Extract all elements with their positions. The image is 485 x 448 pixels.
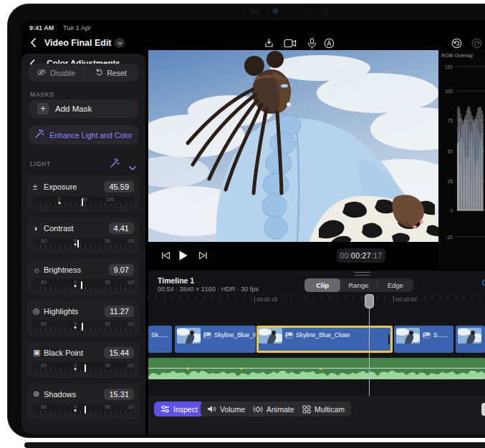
adjustment-value-field[interactable]: 9.07 <box>109 264 134 276</box>
scope-title: RGB Overlay <box>441 52 473 59</box>
slider-cursor[interactable] <box>81 281 82 289</box>
animate-button[interactable]: Animate <box>246 401 301 417</box>
device-bottom-edge <box>24 442 485 448</box>
timeline-clip[interactable]: S...... <box>394 326 453 353</box>
microphone-icon[interactable] <box>305 36 318 49</box>
adjustment-slider-track[interactable]: 050100 <box>33 196 134 207</box>
redo-icon[interactable] <box>470 36 483 49</box>
back-chevron-icon[interactable] <box>30 37 37 50</box>
adjustment-value-field[interactable]: 11.27 <box>105 306 134 317</box>
slider-tick-label: -50 <box>39 280 46 285</box>
slider-tick-label: 100 <box>127 280 134 285</box>
adjustment-slider-track[interactable]: -50050100 <box>33 404 134 414</box>
play-icon[interactable] <box>177 250 188 260</box>
audio-waveform <box>148 367 485 379</box>
slider-origin-dot <box>75 409 77 412</box>
slider-tick-label: 50 <box>82 197 87 202</box>
slider-cursor[interactable] <box>82 323 83 331</box>
bezel-dot <box>310 10 312 12</box>
reset-icon <box>95 68 103 77</box>
mode-clip[interactable]: Clip <box>304 278 340 292</box>
timeline-ruler[interactable]: 00:00:1500:00:30 <box>148 295 485 305</box>
disable-reset-control: Disable Reset <box>29 64 138 82</box>
scope-tick-label: 50 <box>448 149 453 154</box>
undo-icon[interactable] <box>450 36 463 49</box>
slider-cursor[interactable] <box>85 364 86 372</box>
enhance-light-color-button[interactable]: Enhance Light and Color <box>29 125 138 145</box>
adjustment-icon: ± <box>33 182 44 191</box>
timeline-clip[interactable]: Sk...... <box>148 326 172 353</box>
light-wand-icon[interactable] <box>110 158 120 171</box>
timecode-display[interactable]: 00:00:27:17 <box>337 248 385 263</box>
skip-forward-icon[interactable] <box>197 250 208 260</box>
reset-button[interactable]: Reset <box>84 64 138 82</box>
light-sliders-list: ± Exposure 45.59 050100 ◑ Contrast 4.41 … <box>27 175 140 424</box>
pencil-tool-icon[interactable] <box>322 36 335 49</box>
timeline-clip[interactable] <box>456 326 485 353</box>
adjustment-value-field[interactable]: 45.59 <box>104 181 134 193</box>
slider-tick-label: 50 <box>105 363 110 368</box>
photo-icon <box>285 332 293 339</box>
multicam-button[interactable]: Multicam <box>296 401 351 417</box>
adjustment-slider-track[interactable]: -50050100 <box>33 279 134 290</box>
mode-range[interactable]: Range <box>340 278 376 292</box>
adjustment-slider-track[interactable]: -50050100 <box>33 321 134 331</box>
scope-tick-label: 75 <box>448 118 453 123</box>
slider-tick-label: 100 <box>127 363 134 368</box>
masks-section-label: MASKS <box>30 91 54 98</box>
playhead-handle[interactable] <box>365 294 374 308</box>
slider-cursor[interactable] <box>85 406 86 414</box>
title-chevron-icon[interactable] <box>115 38 125 48</box>
slider-tick-label: 50 <box>105 238 110 243</box>
playhead-line[interactable] <box>369 299 370 396</box>
slider-tick-label: 0 <box>74 238 77 243</box>
adjustment-value-field[interactable]: 15.44 <box>104 347 134 359</box>
status-date: Tue 1 Apr <box>63 24 91 31</box>
slider-tick-label: 50 <box>105 404 110 409</box>
clip-thumbnail <box>259 328 282 344</box>
photo-icon <box>423 332 431 339</box>
adjustment-slider: ◎ Highlights 11.27 -50050100 <box>27 300 140 336</box>
rgb-overlay-scope: RGB Overlay 1201007550250-20 <box>438 50 485 269</box>
video-viewer[interactable] <box>148 50 438 242</box>
slider-cursor[interactable] <box>77 240 79 248</box>
timeline-name: Timeline 1 <box>158 276 194 285</box>
adjustment-label: Highlights <box>44 307 105 316</box>
adjustment-slider-track[interactable]: -50050100 <box>33 362 134 373</box>
light-label: LIGHT <box>30 160 51 167</box>
timeline-clip[interactable]: Skyline_Blue_Close <box>256 326 393 353</box>
skip-back-icon[interactable] <box>160 250 171 260</box>
clip-label: Sk...... <box>151 331 168 339</box>
adjustment-value-field[interactable]: 4.41 <box>109 223 134 234</box>
slider-tick-label: 0 <box>74 321 77 326</box>
camera-icon[interactable] <box>284 36 297 49</box>
timeline-meta: 00:54 · 3840 × 2160 · HDR · 30 fps <box>158 286 259 293</box>
slider-tick-label: -50 <box>39 321 46 326</box>
add-mask-button[interactable]: + Add Mask <box>29 99 138 118</box>
adjustment-slider: ⊚ Shadows 15.31 -50050100 <box>27 383 140 419</box>
slider-tick-label: -50 <box>39 238 46 243</box>
audio-track[interactable] <box>148 358 485 379</box>
adjustment-value-field[interactable]: 15.31 <box>104 389 134 400</box>
timeline-clip[interactable]: Skyline_Blue_Wide <box>175 326 256 353</box>
slider-tick-label: 0 <box>74 363 77 368</box>
adjustment-slider: ◑ Contrast 4.41 -50050100 <box>27 217 140 253</box>
disable-button[interactable]: Disable <box>29 64 83 82</box>
eye-off-icon <box>37 69 47 77</box>
bezel-sensor <box>249 9 259 14</box>
mode-edge[interactable]: Edge <box>378 278 413 292</box>
light-chevron-down-icon[interactable] <box>129 160 136 173</box>
disable-label: Disable <box>50 69 75 77</box>
timecode-min-sec: 00:27 <box>351 251 371 260</box>
import-icon[interactable] <box>262 36 275 49</box>
clip-label: Skyline_Blue_Close <box>296 331 350 339</box>
timeline-grab-handle[interactable] <box>355 272 370 276</box>
clipped-right-button[interactable] <box>481 403 485 416</box>
volume-button[interactable]: Volume <box>201 401 251 417</box>
front-camera <box>273 9 278 14</box>
clip-thumbnail <box>177 328 201 344</box>
adjustment-slider-track[interactable]: -50050100 <box>33 238 134 248</box>
project-title[interactable]: Video Final Edit <box>44 38 112 48</box>
adjustment-label: Exposure <box>44 182 104 191</box>
inspect-button[interactable]: Inspect <box>154 401 204 417</box>
